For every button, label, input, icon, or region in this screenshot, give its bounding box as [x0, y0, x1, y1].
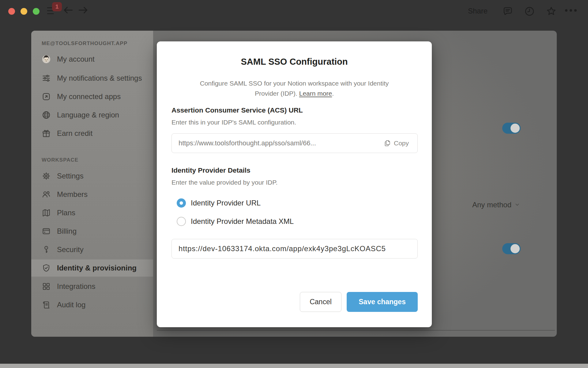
sidebar-item-security[interactable]: Security	[31, 241, 153, 258]
scroll-icon	[42, 300, 51, 309]
sliders-icon	[42, 74, 51, 83]
star-icon	[546, 6, 557, 17]
app-window: 1 Share	[0, 0, 588, 368]
gear-icon	[42, 171, 51, 181]
sidebar-item-earn-credit[interactable]: Earn credit	[31, 125, 153, 142]
favorite-button[interactable]	[546, 6, 557, 18]
gift-icon	[42, 129, 51, 138]
comment-icon	[502, 6, 513, 17]
save-changes-button[interactable]: Save changes	[347, 292, 418, 312]
sidebar-item-my-account[interactable]: My account	[31, 51, 153, 68]
sidebar-item-notifications-settings[interactable]: My notifications & settings	[31, 70, 153, 87]
comments-button[interactable]	[502, 6, 513, 18]
sidebar-item-label: Security	[57, 245, 84, 254]
copy-icon	[384, 140, 391, 147]
bottom-edge-strip	[0, 364, 588, 368]
more-options-button[interactable]	[565, 9, 577, 12]
content-divider	[157, 330, 555, 331]
toggle-knob	[511, 244, 520, 253]
forward-button[interactable]	[78, 6, 88, 15]
settings-sidebar: ME@TOOLSFORTHOUGHT.APP My account	[31, 31, 153, 337]
shield-check-icon	[42, 263, 51, 273]
sidebar-item-connected-apps[interactable]: My connected apps	[31, 88, 153, 105]
map-icon	[42, 208, 51, 217]
dialog-actions: Cancel Save changes	[300, 292, 418, 312]
back-button[interactable]	[63, 6, 74, 15]
sidebar-item-integrations[interactable]: Integrations	[31, 278, 153, 295]
sidebar-item-label: Integrations	[57, 282, 95, 291]
key-icon	[42, 245, 51, 254]
avatar	[42, 55, 51, 64]
sidebar-item-label: Identity & provisioning	[57, 264, 137, 272]
share-button[interactable]: Share	[468, 7, 488, 15]
grid-icon	[42, 282, 51, 291]
sidebar-item-label: My notifications & settings	[57, 74, 142, 82]
dialog-title: SAML SSO Configuration	[157, 57, 432, 67]
sidebar-item-settings[interactable]: Settings	[31, 167, 153, 185]
acs-url-value: https://www.toolsforthought.app/sso/saml…	[179, 139, 316, 147]
cancel-button[interactable]: Cancel	[300, 292, 341, 312]
sidebar-item-label: My account	[57, 55, 95, 63]
radio-unselected-icon[interactable]	[177, 217, 186, 226]
sidebar-item-label: Language & region	[57, 111, 119, 119]
saml-sso-configuration-dialog: SAML SSO Configuration Configure SAML SS…	[157, 41, 432, 327]
acs-url-description: Enter this in your IDP's SAML configurat…	[172, 119, 296, 126]
sidebar-item-label: Audit log	[57, 301, 85, 309]
acs-url-heading: Assertion Consumer Service (ACS) URL	[172, 106, 303, 114]
dialog-subtitle: Configure SAML SSO for your Notion works…	[199, 78, 389, 98]
sidebar-item-plans[interactable]: Plans	[31, 204, 153, 221]
saml-sso-toggle[interactable]	[502, 123, 521, 134]
close-window-button[interactable]	[8, 8, 15, 15]
arrow-left-icon	[63, 6, 74, 14]
copy-button[interactable]: Copy	[382, 139, 411, 147]
ellipsis-icon	[570, 9, 572, 12]
sidebar-item-billing[interactable]: Billing	[31, 223, 153, 240]
dialog-subtitle-text: Configure SAML SSO for your Notion works…	[200, 80, 389, 97]
radio-idp-url[interactable]: Identity Provider URL	[177, 198, 261, 208]
chevron-down-icon	[514, 201, 521, 210]
sidebar-item-label: Billing	[57, 227, 77, 236]
idp-details-description: Enter the value provided by your IDP.	[172, 179, 277, 186]
secondary-toggle[interactable]	[502, 243, 521, 254]
idp-details-heading: Identity Provider Details	[172, 167, 251, 174]
sidebar-item-label: Plans	[57, 209, 75, 217]
radio-idp-metadata-label: Identity Provider Metadata XML	[191, 217, 294, 226]
sidebar-item-label: Members	[57, 190, 88, 199]
auth-method-value: Any method	[472, 201, 511, 209]
sidebar-item-audit-log[interactable]: Audit log	[31, 296, 153, 313]
sidebar-item-label: My connected apps	[57, 92, 121, 101]
notification-badge: 1	[52, 2, 62, 11]
sidebar-item-identity-provisioning[interactable]: Identity & provisioning	[31, 259, 153, 277]
sidebar-item-label: Settings	[57, 172, 84, 180]
learn-more-link[interactable]: Learn more	[299, 90, 332, 97]
globe-icon	[42, 110, 51, 120]
arrow-up-right-square-icon	[42, 92, 51, 101]
sidebar-workspace-header: WORKSPACE	[42, 157, 78, 163]
copy-button-label: Copy	[394, 140, 409, 147]
sidebar-account-header: ME@TOOLSFORTHOUGHT.APP	[42, 40, 127, 47]
radio-selected-icon[interactable]	[177, 198, 186, 208]
minimize-window-button[interactable]	[21, 8, 27, 15]
auth-method-dropdown[interactable]: Any method	[472, 200, 521, 210]
sidebar-item-label: Earn credit	[57, 129, 92, 138]
arrow-right-icon	[78, 6, 88, 14]
idp-url-input[interactable]	[172, 239, 418, 259]
credit-card-icon	[42, 227, 51, 236]
sidebar-item-language-region[interactable]: Language & region	[31, 106, 153, 124]
clock-icon	[524, 6, 535, 17]
acs-url-field[interactable]: https://www.toolsforthought.app/sso/saml…	[172, 133, 418, 153]
ellipsis-icon	[574, 9, 577, 12]
subtitle-period: .	[332, 90, 334, 97]
ellipsis-icon	[565, 9, 567, 12]
updates-clock-button[interactable]	[524, 6, 535, 18]
radio-idp-metadata-xml[interactable]: Identity Provider Metadata XML	[177, 217, 294, 226]
titlebar: 1 Share	[0, 0, 588, 19]
sidebar-item-members[interactable]: Members	[31, 186, 153, 203]
people-icon	[42, 190, 51, 199]
radio-idp-url-label: Identity Provider URL	[191, 199, 261, 207]
toggle-knob	[511, 124, 520, 133]
zoom-window-button[interactable]	[33, 8, 40, 15]
